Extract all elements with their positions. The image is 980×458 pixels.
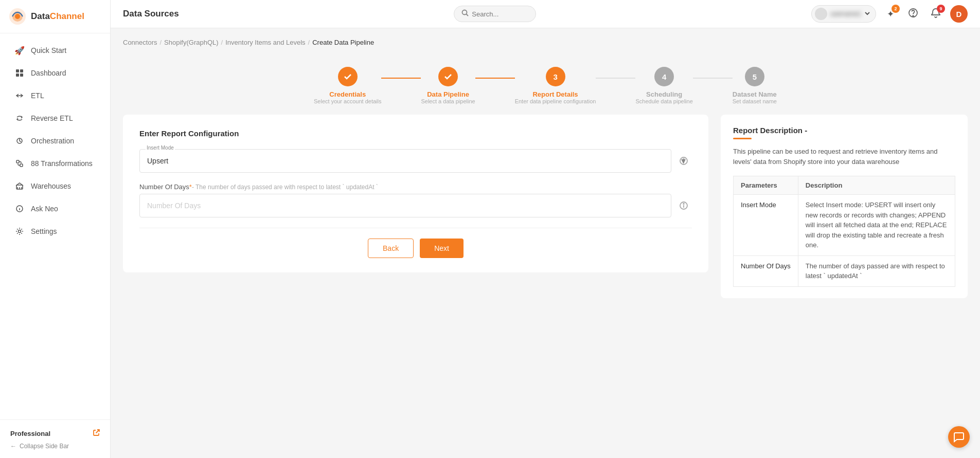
step-label-data-pipeline: Data Pipeline Select a data pipeline bbox=[421, 90, 475, 104]
sidebar-item-settings[interactable]: Settings bbox=[4, 221, 106, 242]
sidebar-item-warehouses[interactable]: Warehouses bbox=[4, 175, 106, 197]
sidebar-item-ask-neo[interactable]: Ask Neo bbox=[4, 198, 106, 219]
param-insert-mode: Insert Mode bbox=[734, 195, 798, 256]
step-name-scheduling: Scheduling bbox=[635, 90, 692, 98]
content-columns: Enter Report Configuration Insert Mode U… bbox=[123, 115, 968, 298]
report-desc-text: This pipeline can be used to request and… bbox=[733, 146, 955, 167]
breadcrumb-sep-1: / bbox=[159, 39, 162, 46]
breadcrumb-shopify[interactable]: Shopify(GraphQL) bbox=[164, 39, 219, 46]
breadcrumb-sep-2: / bbox=[221, 39, 223, 46]
chevron-down-icon bbox=[864, 9, 870, 19]
step-line-4 bbox=[693, 78, 733, 79]
svg-point-24 bbox=[683, 159, 684, 160]
sidebar-item-reverse-etl[interactable]: Reverse ETL bbox=[4, 107, 106, 129]
report-desc-title: Report Description - bbox=[733, 126, 955, 135]
step-circle-report-details: 3 bbox=[546, 67, 565, 86]
user-menu-trigger[interactable]: username1 bbox=[811, 5, 876, 23]
user-avatar-button[interactable]: D bbox=[950, 5, 968, 23]
svg-point-21 bbox=[913, 15, 914, 16]
number-of-days-input[interactable] bbox=[140, 194, 671, 217]
number-of-days-label: Number Of Days*- The number of days pass… bbox=[139, 183, 692, 191]
step-name-credentials: Credentials bbox=[314, 90, 381, 98]
insert-mode-info-icon[interactable] bbox=[675, 153, 692, 169]
header: Data Sources username1 ✦ 2 bbox=[111, 0, 980, 28]
step-name-report-details: Report Details bbox=[515, 90, 596, 98]
form-card: Enter Report Configuration Insert Mode U… bbox=[123, 115, 708, 272]
content-area: Connectors / Shopify(GraphQL) / Inventor… bbox=[111, 28, 980, 458]
sidebar-item-orchestration[interactable]: Orchestration bbox=[4, 130, 106, 152]
rocket-icon: 🚀 bbox=[14, 45, 25, 56]
desc-col-header: Description bbox=[798, 176, 955, 195]
help-icon bbox=[908, 8, 918, 21]
search-bar[interactable] bbox=[454, 6, 536, 22]
stepper: Credentials Select your account details … bbox=[314, 57, 777, 115]
sidebar-item-label: Warehouses bbox=[31, 182, 71, 190]
step-sub-scheduling: Schedule data pipeline bbox=[635, 98, 692, 104]
number-of-days-group: Number Of Days*- The number of days pass… bbox=[139, 183, 692, 217]
sidebar-item-label: Dashboard bbox=[31, 69, 66, 77]
grid-icon bbox=[14, 68, 25, 78]
params-table: Parameters Description Insert Mode Selec… bbox=[733, 176, 955, 287]
help-icon-btn[interactable] bbox=[905, 6, 921, 22]
breadcrumb-inventory[interactable]: Inventory Items and Levels bbox=[225, 39, 305, 46]
notifications-btn[interactable]: 9 bbox=[928, 6, 944, 22]
step-sub-dataset-name: Set dataset name bbox=[733, 98, 777, 104]
sidebar-item-dashboard[interactable]: Dashboard bbox=[4, 62, 106, 84]
user-name-display: username1 bbox=[830, 10, 861, 17]
sidebar-item-transformations[interactable]: 88 Transformations bbox=[4, 153, 106, 174]
search-input[interactable] bbox=[472, 10, 528, 18]
step-line-3 bbox=[596, 78, 635, 79]
number-of-days-info-icon[interactable] bbox=[675, 197, 692, 214]
insert-mode-select[interactable]: Upsert Append Replace bbox=[139, 149, 671, 173]
number-of-days-hint: - The number of days passed are with res… bbox=[192, 184, 378, 191]
report-desc-card: Report Description - This pipeline can b… bbox=[721, 115, 968, 298]
sidebar-item-quick-start[interactable]: 🚀 Quick Start bbox=[4, 40, 106, 61]
header-actions: username1 ✦ 2 9 bbox=[811, 5, 968, 23]
chat-bubble-button[interactable] bbox=[948, 426, 970, 448]
step-dataset-name: 5 Dataset Name Set dataset name bbox=[733, 67, 777, 104]
desc-insert-mode: Select Insert mode: UPSERT will insert o… bbox=[798, 195, 955, 256]
user-initial: D bbox=[956, 10, 962, 19]
svg-point-17 bbox=[19, 230, 21, 233]
professional-label: Professional bbox=[10, 430, 50, 437]
sidebar-bottom: Professional ← Collapse Side Bar bbox=[0, 419, 110, 458]
table-row: Insert Mode Select Insert mode: UPSERT w… bbox=[734, 195, 955, 256]
transformations-icon bbox=[14, 158, 25, 169]
step-circle-dataset-name: 5 bbox=[745, 67, 764, 86]
step-number-scheduling: 4 bbox=[662, 72, 666, 81]
step-label-report-details: Report Details Enter data pipeline confi… bbox=[515, 90, 596, 104]
breadcrumb-sep-3: / bbox=[308, 39, 310, 46]
svg-rect-9 bbox=[20, 164, 23, 167]
search-icon bbox=[461, 9, 469, 19]
sidebar-item-etl[interactable]: ETL bbox=[4, 85, 106, 106]
stars-icon-btn[interactable]: ✦ 2 bbox=[882, 6, 899, 22]
external-link-icon bbox=[93, 429, 100, 437]
form-section-title: Enter Report Configuration bbox=[139, 129, 692, 138]
sidebar-item-label: Ask Neo bbox=[31, 205, 58, 213]
logo-icon bbox=[8, 7, 27, 26]
step-label-dataset-name: Dataset Name Set dataset name bbox=[733, 90, 777, 104]
collapse-sidebar-button[interactable]: ← Collapse Side Bar bbox=[8, 441, 102, 452]
breadcrumb: Connectors / Shopify(GraphQL) / Inventor… bbox=[123, 39, 968, 46]
next-button[interactable]: Next bbox=[420, 239, 464, 258]
professional-badge[interactable]: Professional bbox=[8, 426, 102, 441]
step-data-pipeline: Data Pipeline Select a data pipeline bbox=[421, 67, 475, 104]
sidebar-item-label: Quick Start bbox=[31, 46, 66, 54]
stars-badge: 2 bbox=[892, 5, 900, 13]
number-of-days-input-wrapper bbox=[139, 194, 671, 217]
step-sub-report-details: Enter data pipeline configuration bbox=[515, 98, 596, 104]
sidebar-item-label: ETL bbox=[31, 91, 44, 100]
step-circle-data-pipeline bbox=[438, 67, 458, 86]
step-report-details: 3 Report Details Enter data pipeline con… bbox=[515, 67, 596, 104]
back-button[interactable]: Back bbox=[368, 239, 414, 258]
collapse-icon: ← bbox=[10, 443, 16, 450]
form-buttons: Back Next bbox=[139, 239, 692, 258]
svg-point-2 bbox=[15, 14, 20, 19]
step-name-data-pipeline: Data Pipeline bbox=[421, 90, 475, 98]
param-number-of-days: Number Of Days bbox=[734, 255, 798, 286]
step-line-2 bbox=[475, 78, 515, 79]
insert-mode-group: Insert Mode Upsert Append Replace ▾ bbox=[139, 149, 692, 173]
step-scheduling: 4 Scheduling Schedule data pipeline bbox=[635, 67, 692, 104]
breadcrumb-connectors[interactable]: Connectors bbox=[123, 39, 157, 46]
etl-icon bbox=[14, 90, 25, 101]
